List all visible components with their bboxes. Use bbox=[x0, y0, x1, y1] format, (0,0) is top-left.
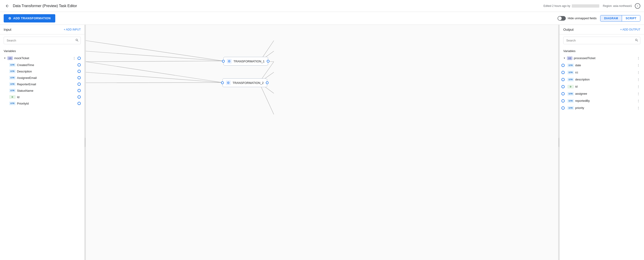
field-menu-icon[interactable]: ⋮ bbox=[636, 92, 640, 96]
field-name: StatusName bbox=[17, 89, 76, 92]
input-panel-header: Input + ADD INPUT bbox=[0, 25, 84, 34]
type-badge: STR bbox=[568, 92, 574, 96]
output-group-menu-icon[interactable]: ⋮ bbox=[636, 56, 640, 60]
field-name: cc bbox=[575, 70, 635, 74]
tab-script[interactable]: SCRIPT bbox=[622, 15, 640, 21]
canvas-svg bbox=[86, 25, 558, 260]
type-badge: STR bbox=[9, 102, 16, 105]
svg-line-12 bbox=[259, 82, 274, 114]
field-name: assignee bbox=[575, 92, 635, 96]
add-transformation-button[interactable]: ⚙ ADD TRANSFORMATION bbox=[4, 14, 55, 22]
type-badge: STR bbox=[568, 78, 574, 82]
field-menu-icon[interactable]: ⋮ bbox=[636, 70, 640, 74]
list-item: STR PriorityId bbox=[0, 100, 84, 106]
field-name: PriorityId bbox=[17, 102, 76, 105]
transformation-node-1[interactable]: ⚙ TRANSFORMATION_1 bbox=[224, 57, 268, 66]
right-splitter[interactable] bbox=[558, 25, 560, 260]
field-connector[interactable] bbox=[562, 71, 565, 74]
type-badge: STR bbox=[568, 99, 574, 103]
list-item: STR priority ⋮ bbox=[560, 104, 644, 112]
transformation-node-2[interactable]: ⚙ TRANSFORMATION_2 bbox=[222, 78, 267, 87]
list-item: STR date ⋮ bbox=[560, 62, 644, 69]
field-connector[interactable] bbox=[562, 78, 565, 81]
input-variables-label: Variables bbox=[0, 48, 84, 54]
field-connector[interactable] bbox=[78, 76, 81, 79]
type-badge: STR bbox=[9, 82, 16, 86]
t2-left-connector[interactable] bbox=[221, 82, 224, 84]
field-connector[interactable] bbox=[78, 96, 81, 98]
t1-left-connector[interactable] bbox=[222, 60, 225, 62]
list-item: STR ReporterEmail bbox=[0, 81, 84, 87]
input-variables-section: Variables ▼ {J} mockTicket ⋮ STR Created… bbox=[0, 46, 84, 108]
input-fields-list: STR CreatedTime STR Description STR Assi… bbox=[0, 62, 84, 106]
canvas[interactable]: ⚙ TRANSFORMATION_1 ⚙ TRANSFORMATION_2 bbox=[86, 25, 558, 260]
field-connector[interactable] bbox=[562, 92, 565, 96]
add-input-button[interactable]: + ADD INPUT bbox=[64, 28, 81, 31]
field-menu-icon[interactable]: ⋮ bbox=[636, 84, 640, 89]
info-button[interactable]: i bbox=[635, 3, 640, 9]
view-tabs: DIAGRAM SCRIPT bbox=[600, 15, 640, 22]
list-item: STR AssigneeEmail bbox=[0, 74, 84, 81]
input-group-header[interactable]: ▼ {J} mockTicket ⋮ bbox=[0, 54, 84, 62]
input-group-menu-icon[interactable]: ⋮ bbox=[72, 56, 76, 60]
field-name: ReporterEmail bbox=[17, 82, 76, 86]
output-search-box bbox=[563, 37, 640, 44]
output-group-chevron-icon: ▼ bbox=[563, 57, 566, 60]
type-badge: D bbox=[568, 85, 574, 88]
field-connector[interactable] bbox=[562, 99, 565, 102]
field-connector[interactable] bbox=[78, 82, 81, 86]
input-search-input[interactable] bbox=[4, 37, 81, 44]
output-group-name: processedTicket bbox=[574, 56, 635, 60]
hide-unmapped-toggle[interactable] bbox=[558, 16, 566, 21]
add-output-button[interactable]: + ADD OUTPUT bbox=[620, 28, 640, 31]
type-badge: STR bbox=[568, 64, 574, 67]
list-item: D Id bbox=[0, 94, 84, 100]
field-name: priority bbox=[575, 106, 635, 110]
output-search-input[interactable] bbox=[563, 37, 640, 44]
field-connector[interactable] bbox=[78, 89, 81, 92]
edit-meta: Edited 2 hours ago by bbox=[544, 4, 599, 8]
field-name: description bbox=[575, 78, 635, 81]
t1-right-connector[interactable] bbox=[267, 60, 270, 62]
json-type-badge: {J} bbox=[7, 56, 13, 60]
input-search-icon[interactable] bbox=[75, 38, 79, 43]
t2-gear-icon: ⚙ bbox=[226, 80, 231, 85]
output-fields-list: STR date ⋮ STR cc ⋮ STR description ⋮ D … bbox=[560, 62, 644, 112]
field-menu-icon[interactable]: ⋮ bbox=[636, 98, 640, 103]
type-badge: STR bbox=[568, 70, 574, 74]
output-group-header[interactable]: ▼ {J} processedTicket ⋮ bbox=[560, 54, 644, 62]
field-connector[interactable] bbox=[78, 102, 81, 105]
back-button[interactable] bbox=[4, 2, 11, 10]
field-name: CreatedTime bbox=[17, 63, 76, 67]
field-connector[interactable] bbox=[562, 64, 565, 67]
toolbar-right: Hide unmapped fields DIAGRAM SCRIPT bbox=[558, 15, 644, 22]
type-badge: STR bbox=[9, 70, 16, 73]
input-group-connector[interactable] bbox=[78, 57, 81, 60]
field-name: reportedBy bbox=[575, 99, 635, 102]
gear-icon: ⚙ bbox=[8, 16, 12, 20]
tab-diagram[interactable]: DIAGRAM bbox=[600, 15, 622, 21]
field-name: date bbox=[575, 64, 635, 67]
t1-label: TRANSFORMATION_1 bbox=[234, 60, 265, 63]
list-item: D id ⋮ bbox=[560, 83, 644, 90]
output-search-icon[interactable] bbox=[635, 38, 638, 43]
header: Data Transformer (Preview) Task Editor E… bbox=[0, 0, 644, 12]
t1-gear-icon: ⚙ bbox=[227, 59, 232, 64]
list-item: STR CreatedTime bbox=[0, 62, 84, 68]
field-connector[interactable] bbox=[562, 85, 565, 88]
svg-line-2 bbox=[86, 61, 224, 62]
field-connector[interactable] bbox=[562, 106, 565, 110]
output-variables-label: Variables bbox=[560, 48, 644, 54]
field-menu-icon[interactable]: ⋮ bbox=[636, 77, 640, 82]
field-menu-icon[interactable]: ⋮ bbox=[636, 63, 640, 68]
page-title: Data Transformer (Preview) Task Editor bbox=[13, 4, 544, 8]
svg-line-1 bbox=[86, 51, 224, 61]
region-label: Region: asia-northeast1 bbox=[603, 4, 632, 8]
field-menu-icon[interactable]: ⋮ bbox=[636, 106, 640, 110]
field-connector[interactable] bbox=[78, 70, 81, 73]
field-connector[interactable] bbox=[78, 63, 81, 66]
svg-line-5 bbox=[86, 82, 222, 83]
t2-right-connector[interactable] bbox=[266, 82, 268, 84]
type-badge: D bbox=[9, 95, 16, 99]
output-json-type-badge: {J} bbox=[567, 56, 572, 60]
